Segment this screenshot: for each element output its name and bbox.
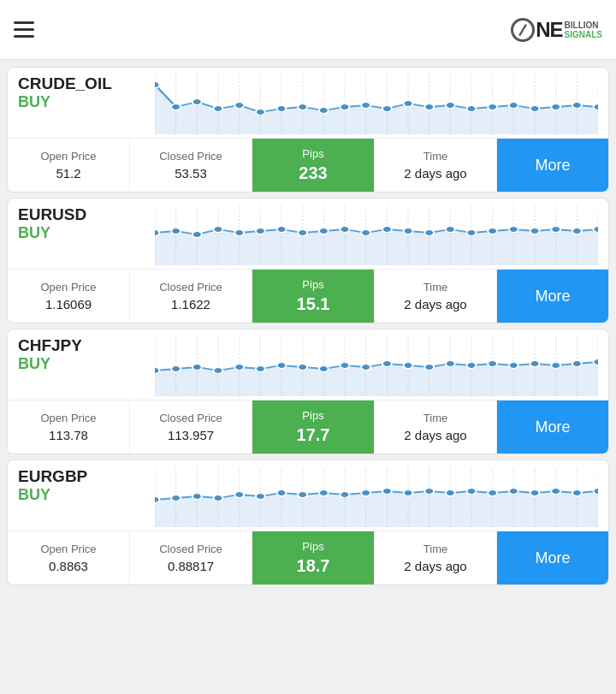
svg-point-68 [192, 232, 202, 238]
time-cell-eurusd: Time 2 days ago [375, 270, 497, 323]
svg-point-130 [572, 361, 582, 367]
svg-point-159 [256, 494, 265, 500]
card-info-chfjpy: CHFJPY BUY [18, 336, 155, 373]
pips-cell-chfjpy: Pips 17.7 [252, 400, 375, 454]
svg-point-70 [234, 230, 244, 236]
open-price-label-eurusd: Open Price [40, 281, 96, 294]
svg-point-118 [319, 366, 329, 372]
card-top-eurusd: EURUSD BUY [8, 199, 608, 269]
svg-point-123 [424, 365, 434, 371]
svg-point-113 [213, 368, 222, 374]
svg-point-81 [466, 230, 476, 236]
svg-point-72 [277, 227, 287, 233]
svg-point-40 [530, 106, 540, 112]
closed-price-value-crude-oil: 53.53 [175, 166, 207, 181]
signal-card-chfjpy: CHFJPY BUY Open Price 113.78 Closed Pric… [7, 329, 609, 454]
svg-point-155 [171, 495, 181, 501]
svg-point-23 [171, 104, 181, 110]
svg-point-30 [319, 108, 329, 114]
open-price-cell-eurgbp: Open Price 0.8863 [8, 531, 130, 584]
card-top-eurgbp: EURGBP BUY [8, 460, 608, 531]
more-button-eurgbp[interactable]: More [497, 531, 608, 584]
svg-point-117 [298, 365, 307, 371]
signal-card-crude-oil: CRUDE_OIL BUY Open Price 51.2 Closed Pri… [7, 67, 609, 193]
pips-cell-eurusd: Pips 15.1 [252, 270, 375, 323]
open-price-cell-eurusd: Open Price 1.16069 [8, 270, 130, 323]
header-left [14, 21, 51, 38]
signal-direction-eurusd: BUY [18, 224, 155, 242]
svg-point-83 [509, 227, 518, 233]
svg-point-25 [213, 106, 222, 112]
card-bottom-crude-oil: Open Price 51.2 Closed Price 53.53 Pips … [8, 138, 608, 192]
chart-area-eurgbp [155, 467, 598, 527]
open-price-label-chfjpy: Open Price [40, 412, 96, 424]
svg-point-85 [551, 227, 560, 233]
pips-value-eurgbp: 18.7 [297, 556, 330, 576]
app-header: NE BILLION SIGNALS [0, 0, 616, 60]
time-label-crude-oil: Time [424, 150, 447, 163]
chart-area-crude-oil [155, 74, 598, 134]
time-cell-eurgbp: Time 2 days ago [375, 531, 497, 584]
closed-price-label-eurgbp: Closed Price [159, 543, 222, 555]
svg-point-24 [192, 99, 202, 105]
svg-point-32 [361, 103, 370, 109]
logo-signals-text: SIGNALS [565, 30, 602, 39]
closed-price-label-eurusd: Closed Price [159, 281, 222, 294]
logo-text: BILLION SIGNALS [565, 21, 602, 39]
card-info-crude-oil: CRUDE_OIL BUY [18, 74, 155, 111]
open-price-cell-chfjpy: Open Price 113.78 [8, 400, 130, 454]
svg-point-172 [530, 490, 540, 496]
svg-point-74 [319, 228, 329, 234]
signal-direction-eurgbp: BUY [18, 486, 155, 504]
svg-point-22 [155, 82, 159, 88]
svg-point-79 [424, 230, 434, 236]
svg-point-173 [551, 489, 560, 495]
logo: NE BILLION SIGNALS [511, 18, 602, 42]
main-content: CRUDE_OIL BUY Open Price 51.2 Closed Pri… [0, 60, 616, 592]
open-price-value-eurgbp: 0.8863 [49, 559, 88, 573]
svg-point-66 [155, 230, 159, 236]
closed-price-cell-eurgbp: Closed Price 0.88817 [130, 531, 252, 584]
open-price-value-chfjpy: 113.78 [49, 428, 88, 442]
signal-name-eurusd: EURUSD [18, 205, 155, 224]
svg-point-75 [340, 227, 349, 233]
card-bottom-eurgbp: Open Price 0.8863 Closed Price 0.88817 P… [8, 531, 608, 584]
card-bottom-chfjpy: Open Price 113.78 Closed Price 113.957 P… [8, 400, 608, 454]
pips-value-crude-oil: 233 [299, 163, 327, 183]
svg-point-67 [171, 228, 181, 234]
time-value-crude-oil: 2 days ago [404, 166, 466, 181]
closed-price-label-chfjpy: Closed Price [159, 412, 222, 424]
open-price-label-crude-oil: Open Price [40, 150, 96, 163]
more-label-eurusd: More [535, 288, 570, 305]
chart-area-eurusd [155, 205, 598, 265]
svg-point-160 [277, 490, 287, 496]
hamburger-menu-button[interactable] [14, 21, 34, 38]
time-value-eurusd: 2 days ago [404, 297, 466, 311]
svg-point-169 [466, 489, 476, 495]
svg-point-131 [594, 359, 598, 365]
svg-point-157 [213, 495, 222, 501]
signal-name-eurgbp: EURGBP [18, 467, 155, 486]
svg-point-87 [594, 227, 598, 233]
more-button-chfjpy[interactable]: More [497, 400, 608, 454]
svg-point-78 [404, 228, 413, 234]
svg-point-84 [530, 228, 540, 234]
closed-price-cell-eurusd: Closed Price 1.1622 [130, 270, 252, 323]
logo-ne: NE [536, 18, 562, 42]
pips-cell-eurgbp: Pips 18.7 [252, 531, 375, 584]
closed-price-label-crude-oil: Closed Price [159, 150, 222, 163]
chart-area-chfjpy [155, 336, 598, 396]
svg-point-163 [340, 492, 349, 498]
more-button-crude-oil[interactable]: More [497, 139, 608, 192]
signal-name-crude-oil: CRUDE_OIL [18, 74, 155, 93]
svg-point-114 [234, 365, 244, 371]
open-price-cell-crude-oil: Open Price 51.2 [8, 139, 130, 192]
signal-card-eurusd: EURUSD BUY Open Price 1.16069 Closed Pri… [7, 198, 609, 323]
svg-point-69 [213, 227, 222, 233]
svg-point-80 [446, 227, 455, 233]
more-button-eurusd[interactable]: More [497, 270, 608, 323]
svg-point-35 [424, 104, 434, 110]
logo-billion-text: BILLION [565, 21, 602, 30]
closed-price-value-chfjpy: 113.957 [168, 428, 214, 442]
svg-point-121 [382, 361, 392, 367]
